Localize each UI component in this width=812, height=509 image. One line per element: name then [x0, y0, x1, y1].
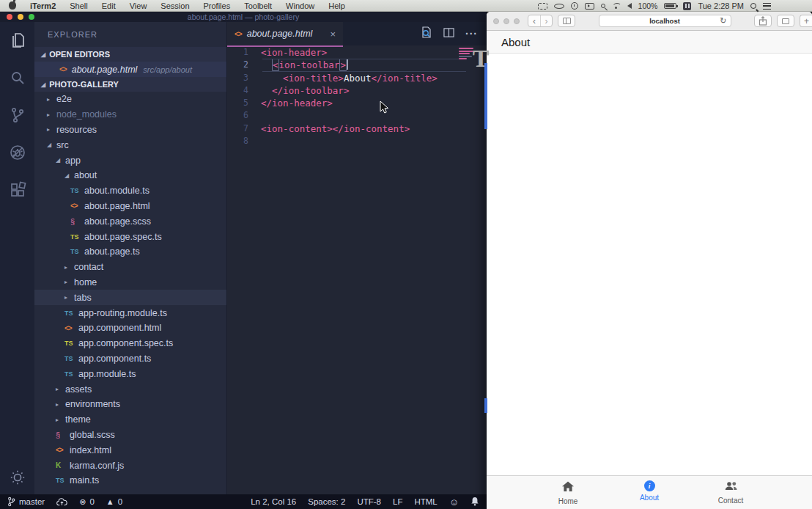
- project-section-header[interactable]: ◢ PHOTO-GALLERY: [34, 77, 226, 92]
- menu-window[interactable]: Window: [286, 1, 314, 10]
- more-actions-icon[interactable]: ···: [465, 28, 478, 40]
- code-line-4[interactable]: 4 </ion-toolbar>: [227, 84, 487, 97]
- tab-about-page-html[interactable]: <> about.page.html ×: [227, 22, 343, 45]
- ionic-tab-contact[interactable]: Contact: [698, 480, 764, 505]
- open-preview-icon[interactable]: [421, 26, 432, 41]
- notifications-bell-icon[interactable]: [470, 497, 479, 508]
- vscode-titlebar[interactable]: about.page.html — photo-gallery: [0, 12, 487, 22]
- debug-icon[interactable]: [8, 143, 27, 162]
- menu-shell[interactable]: Shell: [70, 1, 87, 10]
- menu-view[interactable]: View: [130, 1, 147, 10]
- tree-item-tabs[interactable]: ▸tabs: [34, 290, 226, 305]
- warning-count[interactable]: ▲0: [106, 497, 122, 506]
- tree-item-environments[interactable]: ▸environments: [34, 397, 226, 412]
- notification-center-icon[interactable]: [763, 3, 771, 10]
- feedback-smiley-icon[interactable]: ☺: [449, 497, 459, 508]
- tree-item-node-modules[interactable]: ▸node_modules: [34, 107, 226, 122]
- status-utf-8[interactable]: UTF-8: [357, 497, 381, 506]
- tree-item-app-routing-module-ts[interactable]: TSapp-routing.module.ts: [34, 305, 226, 321]
- explorer-icon[interactable]: [8, 31, 27, 50]
- tree-item-app-component-html[interactable]: <>app.component.html: [34, 321, 226, 336]
- menu-iterm2[interactable]: iTerm2: [30, 1, 56, 10]
- code-line-3[interactable]: 3 <ion-title>About</ion-title>: [227, 72, 487, 84]
- tree-item-about[interactable]: ◢about: [34, 168, 226, 183]
- spotlight-icon[interactable]: [750, 3, 756, 9]
- menu-session[interactable]: Session: [160, 1, 189, 10]
- menu-profiles[interactable]: Profiles: [204, 1, 231, 10]
- minimize-window-button[interactable]: [503, 18, 509, 24]
- tree-item-index-html[interactable]: <>index.html: [34, 442, 226, 458]
- tree-item-global-scss[interactable]: §global.scss: [34, 428, 226, 443]
- forward-button[interactable]: ›: [540, 15, 552, 26]
- menubar-clock[interactable]: Tue 2:28 PM: [698, 1, 744, 10]
- tree-item-resources[interactable]: ▸resources: [34, 122, 226, 138]
- zoom-window-button[interactable]: [514, 18, 520, 24]
- sync-indicator[interactable]: [56, 498, 67, 506]
- refresh-icon[interactable]: ↻: [720, 16, 726, 26]
- status-lf[interactable]: LF: [393, 497, 402, 506]
- ionic-tab-about[interactable]: iAbout: [616, 480, 682, 502]
- new-tab-button[interactable]: +: [800, 15, 812, 27]
- menu-help[interactable]: Help: [328, 1, 345, 10]
- tree-item-about-page-ts[interactable]: TSabout.page.ts: [34, 244, 226, 260]
- tree-item-app[interactable]: ◢app: [34, 153, 226, 168]
- input-source-icon[interactable]: [683, 2, 691, 10]
- file-tree: ▸e2e▸node_modules▸resources◢src◢app◢abou…: [34, 92, 226, 488]
- glasses-icon[interactable]: [554, 4, 564, 9]
- cloud-upload-icon: [56, 498, 67, 506]
- status-ln-2-col-16[interactable]: Ln 2, Col 16: [251, 497, 296, 506]
- split-editor-icon[interactable]: [443, 27, 454, 41]
- code-line-6[interactable]: 6: [227, 109, 487, 122]
- apple-menu-icon[interactable]: [9, 1, 16, 10]
- wifi-icon[interactable]: [612, 3, 621, 10]
- settings-gear-icon[interactable]: [0, 469, 34, 486]
- extensions-icon[interactable]: [8, 180, 27, 199]
- tree-item-main-ts[interactable]: TSmain.ts: [34, 473, 226, 488]
- tree-item-karma-conf-js[interactable]: Kkarma.conf.js: [34, 458, 226, 473]
- status-html[interactable]: HTML: [414, 497, 437, 506]
- code-line-2[interactable]: 2 <ion-toolbar>: [227, 59, 487, 71]
- screen-record-icon[interactable]: [538, 3, 547, 10]
- tree-item-about-module-ts[interactable]: TSabout.module.ts: [34, 183, 226, 199]
- menu-edit[interactable]: Edit: [102, 1, 116, 10]
- code-line-5[interactable]: 5</ion-header>: [227, 97, 487, 109]
- error-count[interactable]: ⊗0: [79, 497, 95, 507]
- tree-item-e2e[interactable]: ▸e2e: [34, 92, 226, 107]
- code-editor[interactable]: 1<ion-header>2 <ion-toolbar>3 <ion-title…: [227, 45, 487, 494]
- back-button[interactable]: ‹: [528, 15, 540, 26]
- tree-item-about-page-html[interactable]: <>about.page.html: [34, 199, 226, 214]
- tree-item-app-component-ts[interactable]: TSapp.component.ts: [34, 351, 226, 367]
- status-spaces-2[interactable]: Spaces: 2: [308, 497, 345, 506]
- tree-item-about-page-spec-ts[interactable]: TSabout.page.spec.ts: [34, 229, 226, 244]
- code-line-1[interactable]: 1<ion-header>: [227, 46, 487, 59]
- code-line-7[interactable]: 7<ion-content></ion-content>: [227, 122, 487, 135]
- tree-item-theme[interactable]: ▸theme: [34, 412, 226, 428]
- code-line-8[interactable]: 8: [227, 135, 487, 147]
- tab-overview-button[interactable]: [777, 15, 794, 27]
- source-control-icon[interactable]: [8, 106, 27, 125]
- tab-close-icon[interactable]: ×: [330, 29, 336, 39]
- close-window-button[interactable]: [493, 18, 499, 24]
- open-editor-about-page-html[interactable]: <> about.page.html src/app/about: [34, 62, 226, 77]
- address-bar[interactable]: localhost ↻: [599, 15, 731, 27]
- git-branch-indicator[interactable]: master: [7, 497, 45, 507]
- keychain-icon[interactable]: [601, 4, 605, 8]
- tree-item-app-component-spec-ts[interactable]: TSapp.component.spec.ts: [34, 336, 226, 351]
- display-icon[interactable]: [585, 3, 594, 10]
- tree-item-src[interactable]: ◢src: [34, 137, 226, 153]
- search-icon[interactable]: [8, 68, 27, 87]
- mouse-cursor: [380, 100, 390, 118]
- tree-item-app-module-ts[interactable]: TSapp.module.ts: [34, 366, 226, 381]
- tree-item-contact[interactable]: ▸contact: [34, 260, 226, 275]
- menu-toolbelt[interactable]: Toolbelt: [244, 1, 272, 10]
- battery-icon[interactable]: [664, 3, 676, 9]
- time-machine-icon[interactable]: [571, 2, 578, 10]
- open-editors-header[interactable]: ◢ OPEN EDITORS: [34, 47, 226, 62]
- tree-item-about-page-scss[interactable]: §about.page.scss: [34, 213, 226, 229]
- ionic-tab-home[interactable]: Home: [535, 480, 601, 505]
- volume-icon[interactable]: [627, 3, 632, 9]
- tree-item-assets[interactable]: ▸assets: [34, 381, 226, 397]
- sidebar-toggle-button[interactable]: [558, 15, 575, 27]
- share-button[interactable]: [754, 15, 772, 27]
- tree-item-home[interactable]: ▸home: [34, 275, 226, 290]
